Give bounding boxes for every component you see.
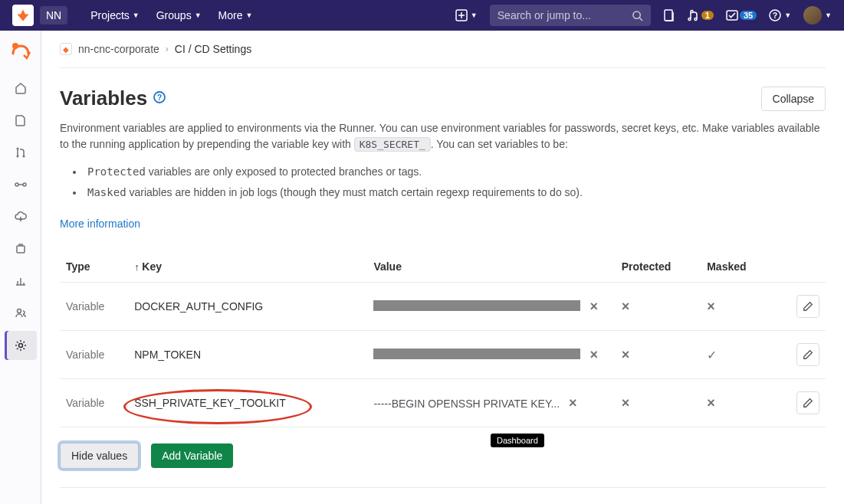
mr-count-badge: 1 bbox=[701, 11, 714, 20]
check-icon: ✓ bbox=[707, 349, 717, 362]
hide-values-button[interactable]: Hide values bbox=[60, 443, 139, 469]
th-type[interactable]: Type bbox=[60, 251, 128, 283]
edit-button[interactable] bbox=[796, 295, 819, 318]
th-key[interactable]: ↑ Key bbox=[128, 251, 367, 283]
search-input[interactable] bbox=[498, 9, 632, 21]
sidebar-repository[interactable] bbox=[5, 106, 37, 135]
list-item: Protected variables are only exposed to … bbox=[84, 162, 826, 182]
close-icon[interactable]: × bbox=[569, 395, 577, 411]
th-protected[interactable]: Protected bbox=[616, 251, 701, 283]
chevron-down-icon: ▼ bbox=[784, 11, 791, 19]
add-variable-button[interactable]: Add Variable bbox=[151, 443, 233, 468]
breadcrumb-project[interactable]: nn-cnc-corporate bbox=[78, 43, 159, 55]
tanuki-icon bbox=[16, 8, 30, 22]
sidebar-packages[interactable] bbox=[5, 234, 37, 263]
breadcrumb-current: CI / CD Settings bbox=[175, 43, 251, 55]
cell-protected: × bbox=[616, 379, 701, 427]
pencil-icon bbox=[803, 349, 813, 360]
cell-masked: ✓ bbox=[701, 331, 786, 379]
table-row: VariableSSH_PRIVATE_KEY_TOOLKIT-----BEGI… bbox=[60, 379, 826, 427]
sidebar-members[interactable] bbox=[5, 299, 37, 328]
pencil-icon bbox=[803, 398, 813, 408]
sidebar-analytics[interactable] bbox=[5, 267, 37, 296]
cell-key: SSH_PRIVATE_KEY_TOOLKIT bbox=[128, 379, 367, 427]
doc-icon bbox=[15, 114, 27, 126]
home-icon bbox=[15, 82, 27, 94]
todo-count-badge: 35 bbox=[740, 11, 757, 20]
pencil-icon bbox=[803, 301, 813, 312]
list-item: Masked variables are hidden in job logs … bbox=[84, 182, 826, 203]
close-icon[interactable]: × bbox=[589, 299, 598, 315]
cell-key: NPM_TOKEN bbox=[128, 331, 367, 379]
chevron-down-icon: ▼ bbox=[133, 11, 140, 19]
sidebar-settings[interactable] bbox=[5, 331, 37, 360]
package-icon bbox=[15, 243, 27, 255]
edit-button[interactable] bbox=[796, 343, 819, 366]
x-icon: × bbox=[622, 395, 630, 411]
todos-icon[interactable]: 35 bbox=[726, 9, 757, 21]
issues-icon[interactable] bbox=[663, 9, 675, 21]
cell-type: Variable bbox=[60, 379, 128, 427]
search-box[interactable] bbox=[490, 5, 651, 26]
breadcrumb-separator: › bbox=[166, 44, 169, 54]
question-circle-icon[interactable]: ? bbox=[153, 91, 166, 106]
edit-button[interactable] bbox=[796, 391, 819, 414]
chevron-down-icon: ▼ bbox=[245, 11, 252, 19]
svg-rect-2 bbox=[665, 10, 672, 21]
cell-masked: × bbox=[701, 283, 786, 331]
nav-projects[interactable]: Projects ▼ bbox=[83, 5, 147, 26]
th-value[interactable]: Value bbox=[367, 251, 615, 283]
variables-table: Type ↑ Key Value Protected Masked Variab… bbox=[60, 251, 826, 427]
page-title: Variables ? bbox=[60, 87, 166, 110]
sidebar-operations[interactable] bbox=[5, 202, 37, 231]
section-description: Environment variables are applied to env… bbox=[60, 120, 826, 152]
close-icon[interactable]: × bbox=[589, 347, 598, 363]
description-list: Protected variables are only exposed to … bbox=[84, 162, 826, 202]
merge-icon bbox=[15, 146, 27, 159]
th-masked[interactable]: Masked bbox=[701, 251, 786, 283]
svg-point-10 bbox=[15, 183, 18, 186]
nav-more[interactable]: More ▼ bbox=[211, 5, 261, 26]
nav-groups-label: Groups bbox=[156, 9, 192, 21]
help-menu[interactable]: ? ▼ bbox=[769, 9, 791, 21]
brand-badge[interactable]: NN bbox=[40, 6, 67, 25]
collapse-button[interactable]: Collapse bbox=[761, 87, 826, 111]
merge-requests-icon[interactable]: 1 bbox=[688, 9, 714, 21]
svg-point-11 bbox=[23, 183, 26, 186]
chevron-down-icon: ▼ bbox=[825, 11, 832, 19]
new-menu[interactable]: ▼ bbox=[455, 9, 478, 21]
cell-edit bbox=[787, 283, 826, 331]
cell-edit bbox=[787, 379, 826, 427]
table-row: VariableDOCKER_AUTH_CONFIG××× bbox=[60, 283, 826, 331]
bullet-code: Protected bbox=[87, 165, 146, 178]
nav-projects-label: Projects bbox=[90, 9, 130, 21]
chart-icon bbox=[15, 275, 27, 287]
section-header: Variables ? Collapse bbox=[60, 87, 826, 111]
table-actions: Hide values Add Variable bbox=[60, 443, 826, 469]
breadcrumb: ◆ nn-cnc-corporate › CI / CD Settings bbox=[60, 43, 826, 68]
svg-point-8 bbox=[16, 155, 18, 158]
bullet-text: variables are only exposed to protected … bbox=[146, 165, 422, 178]
main-content: ◆ nn-cnc-corporate › CI / CD Settings Va… bbox=[41, 31, 844, 504]
avatar bbox=[803, 6, 822, 25]
gitlab-logo[interactable] bbox=[12, 5, 34, 26]
page-title-text: Variables bbox=[60, 87, 147, 110]
cloud-icon bbox=[15, 211, 27, 223]
svg-point-6 bbox=[12, 43, 18, 49]
svg-point-7 bbox=[16, 148, 18, 150]
chevron-down-icon: ▼ bbox=[195, 11, 202, 19]
top-navbar: NN Projects ▼ Groups ▼ More ▼ ▼ bbox=[0, 0, 844, 31]
project-avatar-small: ◆ bbox=[60, 43, 72, 55]
sidebar-merge-requests[interactable] bbox=[5, 138, 37, 167]
cell-value: × bbox=[367, 331, 615, 379]
nav-groups[interactable]: Groups ▼ bbox=[149, 5, 209, 26]
more-info-link[interactable]: More information bbox=[60, 218, 140, 230]
cell-value: × bbox=[367, 283, 615, 331]
user-menu[interactable]: ▼ bbox=[803, 6, 832, 25]
cell-protected: × bbox=[616, 283, 701, 331]
sidebar-project-home[interactable] bbox=[5, 74, 37, 103]
project-avatar[interactable] bbox=[7, 37, 34, 64]
sidebar-cicd[interactable] bbox=[5, 170, 37, 199]
cell-protected: × bbox=[616, 331, 701, 379]
redacted-value-bar bbox=[373, 300, 580, 311]
